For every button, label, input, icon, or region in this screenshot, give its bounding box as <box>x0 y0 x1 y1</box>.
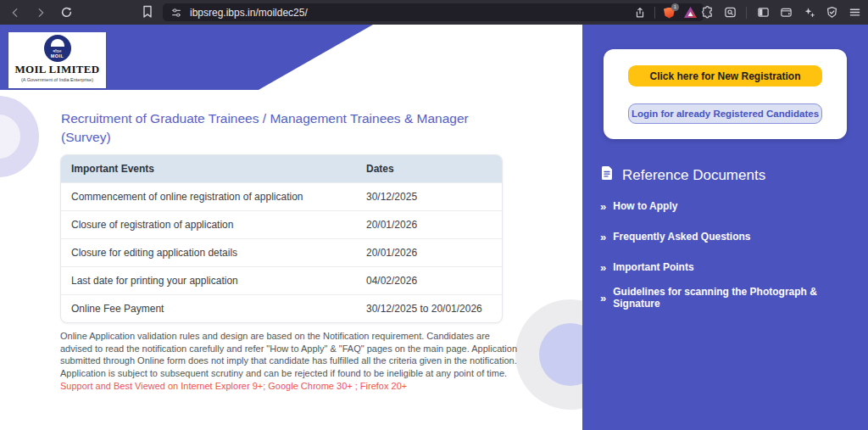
decorative-ring-left <box>0 96 39 177</box>
event-cell: Commencement of online registration of a… <box>61 183 356 210</box>
main-content: मॉयल MOIL MOIL LIMITED (A Government of … <box>0 25 582 430</box>
browser-support-note: Support and Best Viewed on Internet Expl… <box>60 381 518 391</box>
address-bar[interactable]: ibpsreg.ibps.in/moildec25/ 1 <box>163 3 704 21</box>
link-scanning-guidelines[interactable]: » Guidelines for scanning the Photograph… <box>600 289 854 306</box>
link-label: How to Apply <box>613 200 677 212</box>
event-cell: Online Fee Payment <box>61 295 356 322</box>
reference-documents-heading: Reference Documents <box>600 165 765 185</box>
logo-tagline: (A Government of India Enterprise) <box>21 77 93 82</box>
browser-toolbar: ibpsreg.ibps.in/moildec25/ 1 <box>0 0 868 25</box>
document-icon <box>600 165 614 185</box>
table-header-row: Important Events Dates <box>61 155 502 182</box>
login-button[interactable]: Login for already Registered Candidates <box>628 103 822 124</box>
moil-logo: मॉयल MOIL MOIL LIMITED (A Government of … <box>8 32 106 88</box>
link-important-points[interactable]: » Important Points <box>600 259 854 276</box>
reference-links: » How to Apply » Frequently Asked Questi… <box>600 198 854 306</box>
link-label: Frequently Asked Questions <box>613 231 750 243</box>
toolbar-divider <box>654 7 655 19</box>
date-cell: 04/02/2026 <box>356 267 502 294</box>
double-chevron-icon: » <box>600 200 605 213</box>
moil-emblem-icon: मॉयल MOIL <box>44 35 71 62</box>
rewards-triangle-icon[interactable] <box>684 7 697 18</box>
shield-badge-count: 1 <box>671 3 679 11</box>
back-icon[interactable] <box>8 6 22 20</box>
decorative-ring-bottom <box>515 299 582 410</box>
reference-documents-label: Reference Documents <box>622 167 765 184</box>
screenshot-icon[interactable] <box>723 6 737 20</box>
page-title: Recruitment of Graduate Trainees / Manag… <box>61 109 474 146</box>
double-chevron-icon: » <box>600 292 605 304</box>
browser-window: ibpsreg.ibps.in/moildec25/ 1 <box>0 0 868 430</box>
menu-icon[interactable] <box>848 6 861 20</box>
disclaimer-text: Online Application validation rules and … <box>60 330 518 379</box>
column-header-dates: Dates <box>356 155 502 182</box>
date-cell: 30/12/2025 to 20/01/2026 <box>356 295 502 322</box>
registration-sidebar: Click here for New Registration Login fo… <box>582 25 868 430</box>
url-text[interactable]: ibpsreg.ibps.in/moildec25/ <box>190 7 633 19</box>
new-registration-button[interactable]: Click here for New Registration <box>628 65 822 87</box>
toolbar-divider <box>746 7 747 19</box>
table-row: Online Fee Payment 30/12/2025 to 20/01/2… <box>61 294 502 322</box>
table-row: Last date for printing your application … <box>61 266 502 294</box>
logo-org-name: MOIL LIMITED <box>14 63 99 76</box>
link-faq[interactable]: » Frequently Asked Questions <box>600 228 854 245</box>
ai-sparkle-icon[interactable] <box>802 6 815 20</box>
table-row: Commencement of online registration of a… <box>61 182 502 210</box>
wallet-icon[interactable] <box>779 6 793 20</box>
link-label: Important Points <box>613 261 693 273</box>
registration-card: Click here for New Registration Login fo… <box>604 49 847 139</box>
site-settings-icon[interactable] <box>170 6 183 20</box>
table-row: Closure of registration of application 2… <box>61 210 502 238</box>
forward-icon[interactable] <box>34 6 47 20</box>
link-label: Guidelines for scanning the Photograph &… <box>613 286 854 310</box>
event-cell: Closure of registration of application <box>61 211 356 238</box>
privacy-shield-icon[interactable]: 1 <box>663 6 676 20</box>
reload-icon[interactable] <box>59 6 73 20</box>
date-cell: 20/01/2026 <box>356 211 502 238</box>
date-cell: 30/12/2025 <box>356 183 502 210</box>
shield-check-icon[interactable] <box>825 6 838 20</box>
date-cell: 20/01/2026 <box>356 239 502 266</box>
double-chevron-icon: » <box>600 231 605 243</box>
event-cell: Closure for editing application details <box>61 239 356 266</box>
sidebar-toggle-icon[interactable] <box>756 6 770 20</box>
important-events-table: Important Events Dates Commencement of o… <box>60 154 503 323</box>
double-chevron-icon: » <box>600 261 605 274</box>
event-cell: Last date for printing your application <box>61 267 356 294</box>
share-icon[interactable] <box>633 6 647 20</box>
column-header-events: Important Events <box>61 155 356 182</box>
extensions-icon[interactable] <box>700 6 714 20</box>
link-how-to-apply[interactable]: » How to Apply <box>600 198 854 215</box>
table-row: Closure for editing application details … <box>61 238 502 266</box>
bookmark-icon[interactable] <box>141 5 154 19</box>
